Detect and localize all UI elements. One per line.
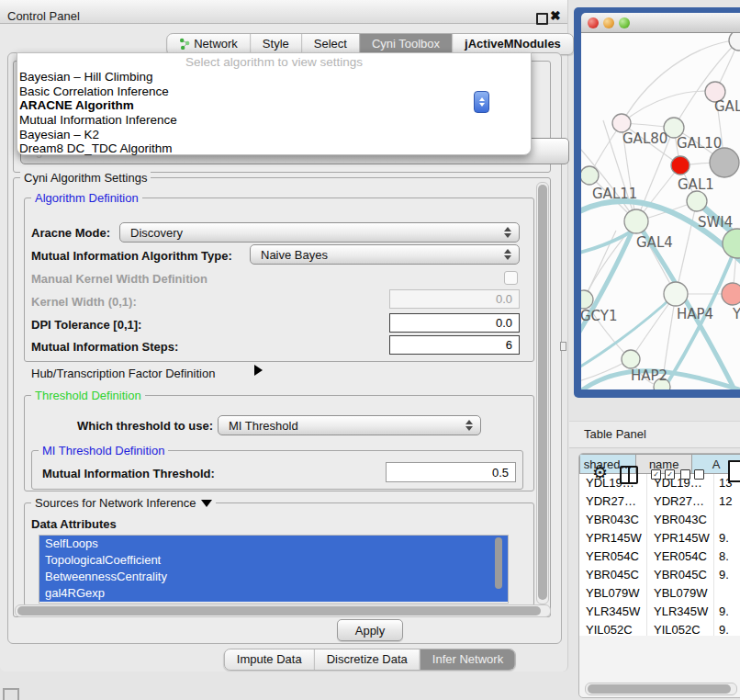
scrollbar-thumb[interactable] <box>495 537 502 589</box>
algorithm-option-dream8-dc-tdc-algorithm[interactable]: Dream8 DC_TDC Algorithm <box>17 141 531 156</box>
gear-icon[interactable]: ⚙ <box>592 462 608 482</box>
network-node-gal4[interactable] <box>624 209 648 233</box>
table-cell: YLR345W <box>579 603 647 621</box>
table-row[interactable]: YER054CYER054C8. <box>579 548 740 566</box>
list-vertical-scrollbar[interactable] <box>494 536 503 600</box>
minimize-traffic-light-icon[interactable] <box>603 17 614 28</box>
attribute-item-selfloops[interactable]: SelfLoops <box>39 536 508 552</box>
network-node-gal80[interactable] <box>612 114 631 132</box>
aracne-mode-combobox[interactable]: Discovery <box>119 222 520 243</box>
table-row[interactable]: YBL079WYBL079W <box>579 584 740 603</box>
window-title: Control Panel <box>7 9 80 23</box>
zoom-traffic-light-icon[interactable] <box>619 17 630 28</box>
tab-infer-network[interactable]: Infer Network <box>420 649 515 670</box>
mi-steps-field[interactable]: 6 <box>389 335 520 355</box>
table-cell: 12 <box>714 492 740 511</box>
table-row[interactable]: YLR345WYLR345W9. <box>579 603 740 621</box>
unchecked-box-icon <box>680 469 690 480</box>
scrollbar-thumb[interactable] <box>538 185 547 600</box>
node-label-swi4: SWI4 <box>698 214 733 231</box>
kernel-width-field[interactable]: 0.0 <box>389 289 520 309</box>
export-table-icon[interactable] <box>728 460 740 482</box>
table-row[interactable]: YBR045CYBR045C9. <box>579 566 740 584</box>
tab-label: Cyni Toolbox <box>372 37 440 51</box>
collapse-arrow-icon[interactable] <box>201 500 212 507</box>
manual-kernel-checkbox[interactable] <box>504 271 518 285</box>
settings-horizontal-scrollbar[interactable] <box>15 604 551 617</box>
attribute-item-gal4rgexp[interactable]: gal4RGexp <box>39 585 508 602</box>
tab-label: Infer Network <box>432 652 503 666</box>
split-columns-icon[interactable] <box>620 466 638 484</box>
tab-select[interactable]: Select <box>301 34 359 54</box>
network-node-gal1[interactable] <box>671 156 690 175</box>
tab-label: jActiveMNodules <box>465 37 561 51</box>
table-cell: YBL079W <box>647 584 714 603</box>
close-icon[interactable]: ✖ <box>550 8 561 23</box>
table-row[interactable]: YDR27…YDR27…12 <box>579 492 740 511</box>
table-cell: YBR043C <box>579 511 647 529</box>
algorithm-dropdown-popup: Select algorithm to view settings Bayesi… <box>17 52 532 155</box>
attribute-item-topologicalcoefficient[interactable]: TopologicalCoefficient <box>39 552 508 569</box>
data-attributes-list[interactable]: SelfLoopsTopologicalCoefficientBetweenne… <box>39 535 509 604</box>
table-cell: 9. <box>714 621 740 636</box>
node-label-gal4: GAL4 <box>636 234 673 251</box>
network-node-gal11[interactable] <box>581 166 599 185</box>
combobox-stepper-icon[interactable] <box>474 91 489 113</box>
mi-threshold-field[interactable]: 0.5 <box>386 462 516 482</box>
network-node-y[interactable] <box>722 283 740 305</box>
table-row[interactable]: YBR043CYBR043C <box>579 511 740 529</box>
algorithm-option-bayesian-k2[interactable]: Bayesian – K2 <box>17 128 531 142</box>
node-label-y: Y <box>733 306 740 322</box>
scrollbar-thumb[interactable] <box>588 684 731 694</box>
apply-button[interactable]: Apply <box>337 619 403 641</box>
which-threshold-combobox[interactable]: MI Threshold <box>218 415 481 435</box>
network-edge[interactable] <box>622 91 715 123</box>
table-row[interactable]: YIL052CYIL052C9. <box>579 621 740 636</box>
tab-discretize-data[interactable]: Discretize Data <box>314 649 420 670</box>
network-node-gcy1[interactable] <box>581 290 593 309</box>
table-cell: YBR045C <box>647 566 714 584</box>
select-all-columns-icon[interactable]: ✓ ✓ <box>651 469 675 480</box>
table-cell: YBL079W <box>579 584 647 603</box>
settings-vertical-scrollbar[interactable] <box>536 182 549 604</box>
cyni-mode-tabs: Impute DataDiscretize DataInfer Network <box>224 649 516 671</box>
deselect-all-columns-icon[interactable] <box>680 469 704 480</box>
network-node-hap4[interactable] <box>664 282 688 306</box>
float-window-icon[interactable] <box>536 13 548 25</box>
algorithm-option-basic-correlation-inference[interactable]: Basic Correlation Inference <box>17 85 531 99</box>
node-label-hap4: HAP4 <box>677 306 713 322</box>
expand-arrow-icon[interactable] <box>254 365 263 376</box>
panel-splitter-handle[interactable] <box>560 342 566 351</box>
attribute-item-betweennesscentrality[interactable]: BetweennessCentrality <box>39 569 508 585</box>
network-node-hap2[interactable] <box>622 350 640 368</box>
hub-definition-label: Hub/Transcription Factor Definition <box>31 367 215 380</box>
node-label-gal: GAL <box>714 98 740 115</box>
table-horizontal-scrollbar[interactable] <box>585 683 737 695</box>
tab-style[interactable]: Style <box>250 34 301 54</box>
node-label-gal11: GAL11 <box>592 186 637 202</box>
tab-jactivemnodules[interactable]: jActiveMNodules <box>452 34 573 54</box>
tab-label: Impute Data <box>237 652 302 666</box>
dpi-tolerance-field[interactable]: 0.0 <box>389 313 520 333</box>
tab-cyni-toolbox[interactable]: Cyni Toolbox <box>359 34 452 54</box>
network-node[interactable] <box>723 229 740 258</box>
control-panel-titlebar <box>0 0 567 24</box>
mi-type-value: Naive Bayes <box>261 248 328 262</box>
algorithm-option-bayesian-hill-climbing[interactable]: Bayesian – Hill Climbing <box>17 70 531 85</box>
scrollbar-thumb[interactable] <box>17 606 541 615</box>
table-row[interactable]: YPR145WYPR145W9. <box>579 529 740 548</box>
checked-box-icon: ✓ <box>651 469 661 480</box>
mi-type-combobox[interactable]: Naive Bayes <box>250 244 520 265</box>
tab-network[interactable]: Network <box>167 34 250 54</box>
algorithm-option-aracne-algorithm[interactable]: ARACNE Algorithm <box>17 98 531 113</box>
tab-impute-data[interactable]: Impute Data <box>225 649 314 670</box>
network-node-swi4[interactable] <box>687 191 707 211</box>
threshold-definition-title: Threshold Definition <box>31 389 145 402</box>
combobox-arrows-icon <box>465 420 473 431</box>
minimized-panel-icon[interactable] <box>3 688 19 700</box>
algorithm-option-mutual-information-inference[interactable]: Mutual Information Inference <box>17 113 531 128</box>
network-node[interactable] <box>710 148 739 177</box>
table-panel-title: Table Panel <box>584 427 646 441</box>
network-canvas[interactable]: GALGAL80GAL10GAL1GAL11SWI4GAL4HAP4YGCY1H… <box>581 33 740 390</box>
close-traffic-light-icon[interactable] <box>588 17 599 28</box>
